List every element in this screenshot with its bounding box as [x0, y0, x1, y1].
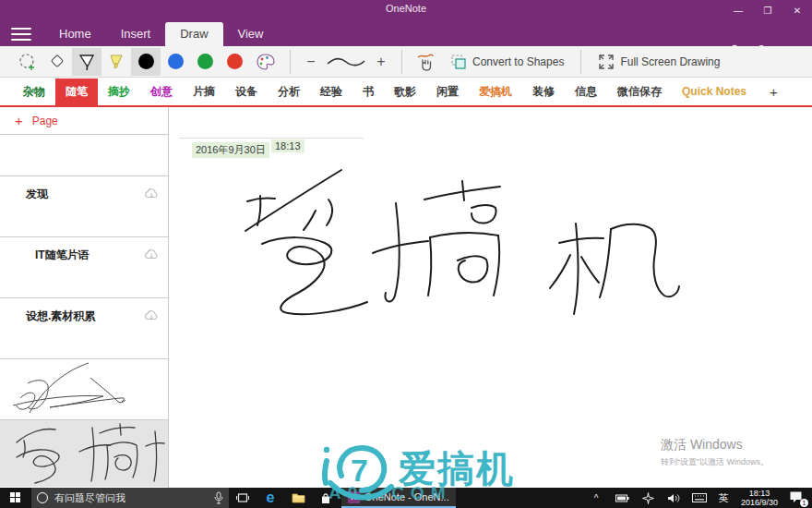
convert-to-shapes-button[interactable]: Convert to Shapes: [441, 48, 573, 76]
color-red-swatch[interactable]: [220, 48, 249, 76]
tab-draw[interactable]: Draw: [165, 22, 222, 46]
section-tab-bar: 杂物 随笔 摘抄 创意 片摘 设备 分析 经验 书 歌影 闲置 爱搞机 装修 信…: [0, 79, 812, 107]
color-blue-swatch[interactable]: [161, 48, 190, 76]
tray-chevron-icon[interactable]: ^: [585, 488, 607, 508]
section-tab[interactable]: 歌影: [384, 79, 426, 105]
hamburger-menu-icon[interactable]: [11, 28, 31, 41]
microphone-icon[interactable]: [214, 491, 223, 504]
cloud-download-icon: [144, 186, 159, 202]
add-page-label: Page: [32, 115, 58, 127]
full-screen-icon: [598, 54, 615, 70]
page-row[interactable]: 设想.素材积累: [0, 298, 168, 359]
tab-view[interactable]: View: [223, 22, 279, 46]
tab-insert[interactable]: Insert: [106, 22, 166, 46]
page-title: 发现: [0, 176, 168, 202]
color-green-swatch[interactable]: [190, 48, 220, 76]
section-tab[interactable]: 杂物: [13, 79, 55, 105]
tab-home[interactable]: Home: [44, 22, 106, 46]
section-tab[interactable]: 设备: [225, 79, 268, 105]
black-color-dot: [138, 54, 154, 69]
thickness-increase-button[interactable]: +: [368, 54, 394, 70]
thickness-decrease-button[interactable]: −: [298, 54, 324, 70]
page-title-underline: [179, 138, 364, 139]
section-tab[interactable]: 创意: [140, 79, 183, 105]
ime-language-indicator[interactable]: 英: [714, 491, 733, 505]
section-tab-active[interactable]: 随笔: [55, 79, 98, 105]
eraser-icon[interactable]: [42, 48, 72, 76]
page-row[interactable]: IT随笔片语: [0, 237, 168, 298]
full-screen-drawing-label: Full Screen Drawing: [620, 55, 720, 68]
clock-time: 18:13: [736, 489, 782, 498]
section-tab[interactable]: 爱搞机: [469, 79, 522, 105]
windows-logo-icon: [10, 492, 21, 503]
onenote-taskbar-label: OneNote - OneN...: [364, 491, 449, 502]
section-tab[interactable]: 摘抄: [98, 79, 140, 105]
cloud-download-icon: [144, 308, 159, 324]
activate-title: 激活 Windows: [661, 437, 799, 454]
minimize-button[interactable]: —: [723, 0, 753, 20]
title-bar: OneNote — ❐ ✕: [0, 0, 812, 20]
stroke-preview-icon: [324, 48, 368, 76]
airplane-mode-icon[interactable]: [637, 488, 659, 508]
color-palette-icon[interactable]: [249, 48, 282, 76]
close-button[interactable]: ✕: [782, 0, 812, 20]
section-tab[interactable]: 片摘: [183, 79, 225, 105]
blue-color-dot: [168, 54, 184, 69]
maximize-button[interactable]: ❐: [753, 0, 782, 20]
edge-browser-icon[interactable]: e: [257, 488, 284, 508]
time-stamp[interactable]: 18:13: [271, 139, 304, 152]
touch-keyboard-icon[interactable]: [688, 488, 710, 508]
section-tab[interactable]: 闲置: [426, 79, 469, 105]
cortana-search-box[interactable]: 有问题尽管问我: [31, 488, 229, 508]
lasso-select-icon[interactable]: [13, 48, 42, 76]
convert-shapes-icon: [450, 54, 467, 70]
clock-date: 2016/9/30: [736, 498, 782, 507]
page-title: 设想.素材积累: [0, 298, 168, 324]
add-page-button[interactable]: + Page: [0, 107, 168, 135]
ink-mode-hand-icon[interactable]: [410, 48, 441, 76]
taskbar-clock[interactable]: 18:13 2016/9/30: [736, 489, 782, 507]
full-screen-drawing-button[interactable]: Full Screen Drawing: [589, 48, 729, 76]
section-tab[interactable]: 微信保存: [607, 79, 672, 105]
page-row-selected-preview[interactable]: [0, 420, 168, 487]
windows-activation-watermark: 激活 Windows 转到“设置”以激活 Windows。: [661, 437, 799, 468]
window-title: OneNote: [0, 3, 812, 14]
cortana-icon: [37, 492, 48, 503]
highlighter-icon[interactable]: [102, 48, 131, 76]
section-tab[interactable]: 分析: [268, 79, 310, 105]
task-view-button[interactable]: [229, 488, 257, 508]
page-title: IT随笔片语: [0, 237, 168, 263]
red-color-dot: [227, 54, 243, 69]
section-tab[interactable]: 装修: [522, 79, 565, 105]
menu-bar: Home Insert Draw View Share: [0, 20, 812, 46]
action-center-button[interactable]: 1: [786, 488, 808, 508]
handwriting-ink: [207, 155, 723, 349]
note-canvas[interactable]: 2016年9月30日 18:13: [170, 107, 812, 488]
section-tab[interactable]: 书: [352, 79, 384, 105]
section-tab[interactable]: 经验: [310, 79, 352, 105]
onenote-taskbar-button[interactable]: N OneNote - OneN...: [341, 488, 456, 508]
green-color-dot: [197, 54, 213, 69]
volume-icon[interactable]: [663, 488, 685, 508]
cloud-download-icon: [144, 247, 159, 263]
battery-icon[interactable]: [611, 488, 633, 508]
color-black-swatch[interactable]: [131, 48, 161, 76]
page-row[interactable]: 发现: [0, 176, 168, 237]
section-tab[interactable]: Quick Notes: [672, 79, 757, 105]
file-explorer-icon[interactable]: [284, 488, 312, 508]
page-row-untitled[interactable]: [0, 135, 168, 176]
page-list-sidebar: + Page 发现 IT随笔片语 设想.素材积累: [0, 107, 169, 488]
system-tray: ^ 英 18:13 2016/9/30 1: [585, 488, 812, 508]
page-row-ink-preview[interactable]: [0, 359, 168, 420]
add-section-button[interactable]: +: [757, 79, 791, 105]
store-icon[interactable]: [312, 488, 340, 508]
section-tab[interactable]: 信息: [565, 79, 607, 105]
pen-tool-icon[interactable]: [72, 48, 102, 76]
ink-handwriting-preview: [0, 420, 166, 485]
convert-to-shapes-label: Convert to Shapes: [472, 55, 564, 68]
plus-icon: +: [15, 113, 23, 128]
start-button[interactable]: [0, 488, 31, 508]
ink-scribble-preview: [0, 359, 166, 418]
main-area: + Page 发现 IT随笔片语 设想.素材积累: [0, 107, 812, 488]
onenote-app-icon: N: [348, 491, 360, 503]
